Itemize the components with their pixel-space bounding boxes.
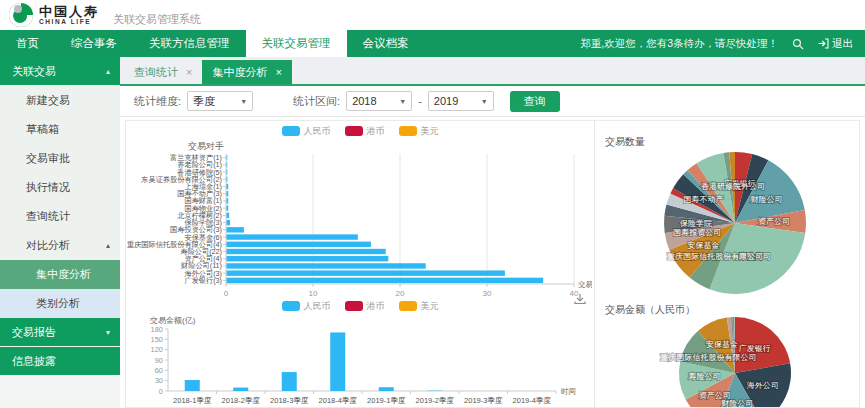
legend-swatch — [282, 126, 300, 136]
bar-3 — [330, 332, 345, 391]
bar-10 — [227, 227, 244, 232]
sidebar-item-8[interactable]: 类别分析 — [0, 289, 120, 318]
chevron-down-icon: ▼ — [481, 98, 488, 105]
sidebar-item-label: 新建交易 — [26, 93, 70, 108]
dimension-select[interactable]: 季度 ▼ — [187, 91, 253, 111]
count-pie-title: 交易数量 — [595, 121, 859, 147]
system-title: 关联交易管理系统 — [113, 12, 201, 27]
bar-15 — [227, 263, 426, 268]
svg-text:2019-2季度: 2019-2季度 — [416, 396, 455, 405]
bar-12 — [227, 242, 371, 247]
currency-legend-top: 人民币港币美元 — [126, 124, 594, 138]
range-dash: - — [418, 95, 422, 107]
svg-text:120: 120 — [150, 345, 163, 354]
logout-button[interactable]: 退出 — [818, 37, 853, 51]
bar-7 — [227, 205, 229, 210]
sidebar-item-9[interactable]: 交易报告▾ — [0, 318, 120, 346]
caret-icon: ▾ — [106, 328, 110, 337]
sidebar-item-6[interactable]: 对比分析▴ — [0, 231, 120, 260]
charts-content: 人民币港币美元 交易对手 010203040富兰克林资产(1)养老险公司(1)香… — [125, 120, 860, 408]
sidebar-item-label: 草稿箱 — [26, 122, 59, 137]
bar-4 — [227, 184, 229, 189]
legend-item-2[interactable]: 美元 — [399, 125, 439, 138]
search-icon[interactable] — [792, 38, 804, 50]
svg-text:海外公司: 海外公司 — [747, 381, 779, 390]
svg-text:60: 60 — [155, 366, 163, 375]
nav-item-2[interactable]: 关联方信息管理 — [133, 30, 246, 57]
svg-text:财险公司: 财险公司 — [750, 195, 782, 204]
svg-text:10: 10 — [309, 289, 318, 298]
svg-text:时间: 时间 — [561, 387, 576, 396]
download-icon[interactable] — [574, 293, 586, 305]
sidebar-item-0[interactable]: 关联交易▴ — [0, 57, 120, 85]
bar-13 — [227, 249, 386, 254]
svg-text:2019-1季度: 2019-1季度 — [367, 396, 406, 405]
bar-0 — [227, 155, 228, 160]
legend-item-0[interactable]: 人民币 — [282, 300, 331, 313]
svg-text:2018-3季度: 2018-3季度 — [270, 396, 309, 405]
tab-0[interactable]: 查询统计× — [124, 60, 202, 84]
svg-text:180: 180 — [150, 325, 163, 334]
legend-label: 人民币 — [304, 125, 331, 138]
sidebar-item-label: 交易报告 — [12, 325, 56, 340]
bar-1 — [227, 162, 228, 167]
transaction-count-pie-chart: 广发银行海外公司财险公司资产公司寿险公司重庆国际信托股份有限公司安保基金国寿投资… — [595, 147, 857, 297]
svg-text:保险学院: 保险学院 — [680, 219, 712, 228]
svg-text:2019-4季度: 2019-4季度 — [513, 396, 552, 405]
range-to-value: 2019 — [434, 95, 458, 107]
legend-swatch — [282, 301, 300, 311]
main-panel: 查询统计×集中度分析× 统计维度: 季度 ▼ 统计区间: 2018 ▼ - 20… — [120, 57, 865, 408]
svg-text:国寿投资公司: 国寿投资公司 — [673, 228, 721, 237]
svg-text:2019-3季度: 2019-3季度 — [464, 396, 503, 405]
sidebar-item-label: 交易审批 — [26, 151, 70, 166]
sidebar-item-10[interactable]: 信息披露 — [0, 347, 120, 375]
bar-charts-column: 人民币港币美元 交易对手 010203040富兰克林资产(1)养老险公司(1)香… — [126, 121, 594, 407]
nav-item-1[interactable]: 综合事务 — [55, 30, 133, 57]
logout-icon — [818, 38, 829, 49]
svg-text:2018-2季度: 2018-2季度 — [222, 396, 261, 405]
legend-item-0[interactable]: 人民币 — [282, 125, 331, 138]
nav-item-3[interactable]: 关联交易管理 — [246, 30, 347, 57]
transaction-amount-pie-chart: 广发银行海外公司财险公司资产公司寿险公司重庆国际信托股份有限公司安保基金 — [595, 315, 857, 408]
quarterly-bar-chart: 交易金额(亿)03060901201501802018-1季度(8)2018-2… — [126, 313, 592, 408]
sidebar-item-4[interactable]: 执行情况 — [0, 173, 120, 202]
legend-item-2[interactable]: 美元 — [399, 300, 439, 313]
sidebar-item-3[interactable]: 交易审批 — [0, 144, 120, 173]
legend-swatch — [345, 126, 363, 136]
sidebar-filler — [0, 376, 120, 408]
brand-name-cn: 中国人寿 — [39, 5, 99, 18]
legend-item-1[interactable]: 港币 — [345, 125, 385, 138]
legend-label: 港币 — [367, 300, 385, 313]
bar-11 — [227, 234, 358, 239]
svg-text:2018-4季度: 2018-4季度 — [319, 396, 358, 405]
legend-swatch — [345, 301, 363, 311]
tab-strip: 查询统计×集中度分析× — [120, 57, 865, 86]
search-button[interactable]: 查询 — [510, 91, 560, 112]
sidebar-item-label: 集中度分析 — [36, 267, 91, 282]
svg-text:寿险公司: 寿险公司 — [688, 372, 721, 381]
bar-17 — [227, 278, 544, 283]
sidebar-item-5[interactable]: 查询统计 — [0, 202, 120, 231]
tab-label: 查询统计 — [134, 60, 178, 84]
legend-item-1[interactable]: 港币 — [345, 300, 385, 313]
sidebar-item-1[interactable]: 新建交易 — [0, 86, 120, 115]
range-from-value: 2018 — [352, 95, 376, 107]
sidebar-item-7[interactable]: 集中度分析 — [0, 260, 120, 289]
svg-text:安保基金: 安保基金 — [688, 241, 720, 250]
bar-0 — [185, 380, 200, 391]
chevron-down-icon: ▼ — [240, 98, 247, 105]
range-from-select[interactable]: 2018 ▼ — [346, 91, 412, 111]
app-shell: 关联交易▴新建交易草稿箱交易审批执行情况查询统计对比分析▴集中度分析类别分析交易… — [0, 57, 865, 408]
tab-1[interactable]: 集中度分析× — [202, 60, 291, 84]
tab-close-icon[interactable]: × — [275, 60, 281, 84]
brand-name-en: CHINA LIFE — [39, 18, 99, 25]
svg-text:交易金额(亿): 交易金额(亿) — [578, 280, 592, 289]
nav-item-4[interactable]: 会议档案 — [347, 30, 425, 57]
range-to-select[interactable]: 2019 ▼ — [428, 91, 494, 111]
sidebar-item-2[interactable]: 草稿箱 — [0, 115, 120, 144]
top-nav-items: 首页综合事务关联方信息管理关联交易管理会议档案 — [0, 30, 425, 57]
nav-item-0[interactable]: 首页 — [0, 30, 55, 57]
svg-text:资产公司: 资产公司 — [699, 391, 731, 400]
tab-close-icon[interactable]: × — [186, 60, 192, 84]
sidebar-item-label: 查询统计 — [26, 209, 70, 224]
